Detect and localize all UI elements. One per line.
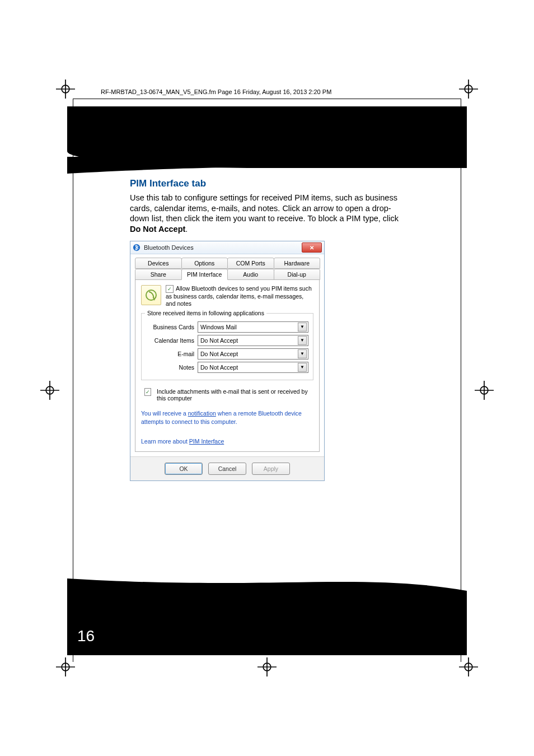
- fieldset-legend: Store received items in following applic…: [145, 310, 266, 316]
- body-text: Use this tab to configure settings for r…: [130, 193, 400, 234]
- combo-value: Windows Mail: [200, 324, 237, 330]
- combo-value: Do Not Accept: [200, 351, 238, 357]
- section-heading: PIM Interface tab: [130, 178, 400, 189]
- body-text-bold: Do Not Accept: [130, 225, 185, 234]
- tab-options[interactable]: Options: [181, 258, 228, 269]
- include-attachments-checkbox[interactable]: ✓: [144, 388, 151, 396]
- notification-link[interactable]: notification: [188, 410, 216, 417]
- dialog-title: Bluetooth Devices: [144, 244, 298, 251]
- pim-icon: [141, 285, 161, 305]
- dialog-titlebar: Bluetooth Devices ✕: [130, 241, 324, 254]
- tab-pim-interface[interactable]: PIM Interface: [181, 269, 228, 280]
- combo-business-cards[interactable]: Windows Mail ▼: [198, 321, 308, 333]
- label-business-cards: Business Cards: [146, 324, 194, 330]
- close-icon: ✕: [310, 245, 314, 251]
- tab-dial-up[interactable]: Dial-up: [274, 269, 321, 280]
- crop-mark-icon: [475, 381, 494, 400]
- notif-pre: You will receive a: [141, 410, 188, 417]
- dialog-button-row: OK Cancel Apply: [130, 456, 324, 480]
- notification-text: You will receive a notification when a r…: [141, 409, 313, 425]
- row-email: E-mail Do Not Accept ▼: [146, 348, 308, 360]
- footer-band: 16: [67, 591, 467, 655]
- frame-line: [73, 99, 461, 99]
- crop-mark-icon: [56, 657, 75, 676]
- combo-value: Do Not Accept: [200, 364, 238, 371]
- label-email: E-mail: [146, 351, 194, 357]
- apply-button[interactable]: Apply: [252, 463, 290, 475]
- learn-more-link[interactable]: PIM Interface: [189, 438, 224, 445]
- row-business-cards: Business Cards Windows Mail ▼: [146, 321, 308, 333]
- tab-hardware[interactable]: Hardware: [274, 258, 321, 269]
- label-notes: Notes: [146, 364, 194, 371]
- cancel-button[interactable]: Cancel: [208, 463, 246, 475]
- chevron-down-icon: ▼: [298, 349, 307, 358]
- page-number: 16: [77, 627, 95, 645]
- crop-mark-icon: [459, 80, 478, 99]
- close-button[interactable]: ✕: [302, 242, 322, 253]
- tabs-row-2: Share PIM Interface Audio Dial-up: [135, 269, 320, 280]
- allow-pim-checkbox[interactable]: ✓: [166, 285, 174, 293]
- footer-band-curve: [67, 575, 467, 591]
- label-calendar-items: Calendar Items: [146, 337, 194, 344]
- chevron-down-icon: ▼: [298, 363, 307, 372]
- print-header: RF-MRBTAD_13-0674_MAN_V5_ENG.fm Page 16 …: [101, 88, 331, 95]
- combo-calendar-items[interactable]: Do Not Accept ▼: [198, 335, 308, 346]
- crop-mark-icon: [40, 381, 59, 400]
- combo-notes[interactable]: Do Not Accept ▼: [198, 362, 308, 373]
- header-band-curve: [67, 157, 467, 174]
- row-calendar-items: Calendar Items Do Not Accept ▼: [146, 335, 308, 346]
- allow-pim-label: Allow Bluetooth devices to send you PIM …: [166, 285, 312, 307]
- tab-share[interactable]: Share: [135, 269, 182, 280]
- row-notes: Notes Do Not Accept ▼: [146, 362, 308, 373]
- body-text-post: .: [185, 225, 188, 234]
- include-attachments-label: Include attachments with e-mail that is …: [157, 388, 313, 402]
- crop-mark-icon: [56, 80, 75, 99]
- combo-email[interactable]: Do Not Accept ▼: [198, 348, 308, 360]
- learn-more-text: Learn more about PIM Interface: [141, 438, 313, 445]
- tabs-row-1: Devices Options COM Ports Hardware: [135, 258, 320, 269]
- body-text-pre: Use this tab to configure settings for r…: [130, 193, 399, 223]
- tab-audio[interactable]: Audio: [227, 269, 274, 280]
- store-items-fieldset: Store received items in following applic…: [141, 313, 313, 380]
- combo-value: Do Not Accept: [200, 337, 238, 344]
- tab-panel: ✓Allow Bluetooth devices to send you PIM…: [135, 279, 320, 452]
- tab-com-ports[interactable]: COM Ports: [227, 258, 274, 269]
- crop-mark-icon: [257, 657, 277, 676]
- learn-pre: Learn more about: [141, 438, 189, 445]
- chevron-down-icon: ▼: [298, 336, 307, 345]
- ok-button[interactable]: OK: [165, 463, 203, 475]
- bluetooth-icon: [133, 244, 140, 251]
- chevron-down-icon: ▼: [298, 323, 307, 332]
- crop-mark-icon: [459, 657, 478, 676]
- tab-devices[interactable]: Devices: [135, 258, 182, 269]
- bluetooth-devices-dialog: Bluetooth Devices ✕ Devices Options COM …: [130, 241, 325, 481]
